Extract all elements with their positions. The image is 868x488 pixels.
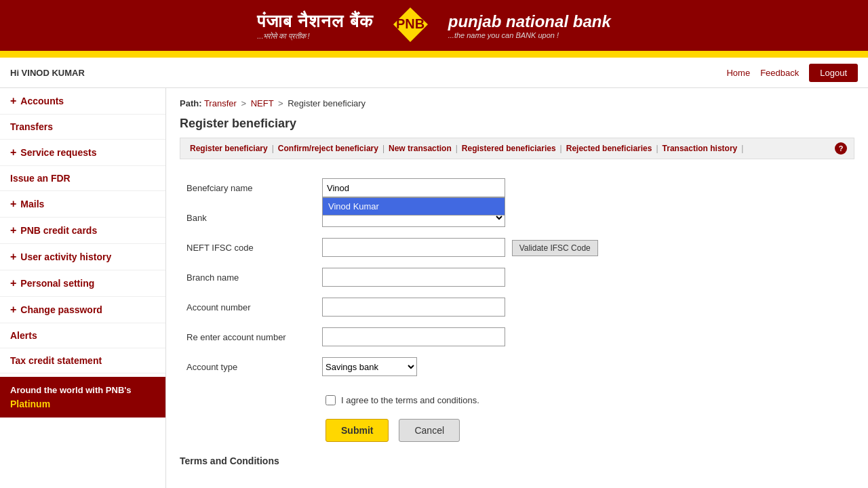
breadcrumb: Path: Transfer > NEFT > Register benefic…	[180, 98, 854, 108]
sidebar-item-label: Tax credit statement	[10, 355, 102, 366]
subnav-rejected[interactable]: Rejected beneficiaries	[564, 142, 655, 155]
sidebar-item-label: Alerts	[10, 330, 37, 341]
subnav-registered[interactable]: Registered beneficiaries	[459, 142, 559, 155]
sidebar-item-label: Service requests	[20, 147, 96, 158]
account-number-label: Account number	[180, 292, 315, 322]
subnav-new-transaction[interactable]: New transaction	[386, 142, 454, 155]
breadcrumb-neft[interactable]: NEFT	[251, 98, 274, 108]
svg-text:PNB: PNB	[396, 16, 425, 31]
expand-icon: +	[10, 224, 16, 237]
sidebar-item-transfers[interactable]: Transfers	[0, 115, 165, 140]
branch-name-input[interactable]	[322, 268, 505, 287]
form-buttons: Submit Cancel	[326, 419, 854, 442]
sidebar-banner: Around the world with PNB'sPlatinum	[0, 377, 165, 418]
terms-checkbox-row: I agree to the terms and conditions.	[326, 395, 854, 405]
logout-button[interactable]: Logout	[809, 64, 858, 82]
help-icon[interactable]: ?	[835, 142, 847, 155]
header: पंजाब नैशनल बैंक ...भरोसे का प्रतीक ! PN…	[0, 0, 868, 51]
sidebar-item-label: Change password	[20, 304, 102, 315]
sidebar-item-service-requests[interactable]: +Service requests	[0, 140, 165, 166]
logo-hindi: पंजाब नैशनल बैंक ...भरोसे का प्रतीक !	[257, 11, 372, 41]
expand-icon: +	[10, 198, 16, 210]
account-type-label: Account type	[180, 352, 315, 382]
top-nav: Hi VINOD KUMAR Home Feedback Logout	[0, 58, 868, 88]
sidebar-item-label: Accounts	[20, 96, 64, 106]
sidebar-item-label: Personal setting	[20, 278, 94, 289]
sidebar: +AccountsTransfers+Service requestsIssue…	[0, 88, 166, 488]
beneficiary-name-wrapper: Vinod Kumar	[322, 178, 505, 197]
yellow-bar	[0, 51, 868, 58]
feedback-link[interactable]: Feedback	[760, 68, 799, 78]
expand-icon: +	[10, 277, 16, 289]
sidebar-item-label: Mails	[20, 199, 44, 209]
beneficiary-name-label: Benefciary name	[180, 173, 315, 203]
re-account-number-input[interactable]	[322, 327, 505, 346]
account-number-input[interactable]	[322, 298, 505, 317]
banner-sub: Platinum	[10, 399, 155, 409]
account-type-row: Account type Savings bank Current NRE NR…	[180, 352, 854, 382]
home-link[interactable]: Home	[726, 68, 750, 78]
logo-english: punjab national bank ...the name you can…	[448, 12, 611, 39]
subnav-register[interactable]: Register beneficiary	[187, 142, 271, 155]
branch-name-row: Branch name	[180, 262, 854, 292]
sidebar-item-tax-credit-statement[interactable]: Tax credit statement	[0, 348, 165, 373]
beneficiary-name-row: Benefciary name Vinod Kumar	[180, 173, 854, 203]
sidebar-item-label: Transfers	[10, 121, 53, 132]
sidebar-item-alerts[interactable]: Alerts	[0, 323, 165, 348]
user-greeting: Hi VINOD KUMAR	[10, 68, 85, 78]
register-beneficiary-form: Benefciary name Vinod Kumar Bank	[180, 173, 854, 382]
logo-area: पंजाब नैशनल बैंक ...भरोसे का प्रतीक ! PN…	[257, 6, 610, 45]
re-account-number-label: Re enter account number	[180, 322, 315, 352]
neft-ifsc-label: NEFT IFSC code	[180, 232, 315, 262]
content-area: Path: Transfer > NEFT > Register benefic…	[166, 88, 868, 488]
sidebar-item-user-activity-history[interactable]: +User activity history	[0, 244, 165, 270]
sidebar-item-pnb-credit-cards[interactable]: +PNB credit cards	[0, 218, 165, 244]
subnav-transaction-history[interactable]: Transaction history	[660, 142, 741, 155]
terms-checkbox-label: I agree to the terms and conditions.	[341, 395, 479, 405]
page-title: Register beneficiary	[180, 117, 854, 131]
autocomplete-item-vinod-kumar[interactable]: Vinod Kumar	[323, 198, 505, 215]
sidebar-item-mails[interactable]: +Mails	[0, 191, 165, 218]
sidebar-item-label: Issue an FDR	[10, 173, 71, 184]
sidebar-item-accounts[interactable]: +Accounts	[0, 88, 165, 115]
account-number-row: Account number	[180, 292, 854, 322]
sidebar-item-issue-fdr[interactable]: Issue an FDR	[0, 166, 165, 191]
neft-ifsc-input[interactable]	[322, 238, 505, 257]
subnav-confirm[interactable]: Confirm/reject beneficiary	[275, 142, 381, 155]
sidebar-item-personal-setting[interactable]: +Personal setting	[0, 270, 165, 297]
beneficiary-name-input[interactable]	[322, 178, 505, 197]
terms-checkbox[interactable]	[326, 395, 336, 405]
breadcrumb-transfer[interactable]: Transfer	[204, 98, 237, 108]
logo-icon: PNB	[392, 6, 429, 45]
branch-name-label: Branch name	[180, 262, 315, 292]
expand-icon: +	[10, 146, 16, 159]
submit-button[interactable]: Submit	[326, 419, 389, 442]
breadcrumb-current: Register beneficiary	[288, 98, 366, 108]
expand-icon: +	[10, 251, 16, 263]
nav-links: Home Feedback Logout	[726, 64, 858, 82]
validate-ifsc-button[interactable]: Validate IFSC Code	[512, 240, 598, 256]
sidebar-item-label: User activity history	[20, 251, 111, 262]
autocomplete-dropdown: Vinod Kumar	[322, 197, 505, 216]
bank-label: Bank	[180, 203, 315, 232]
bank-row: Bank	[180, 203, 854, 232]
banner-text: Around the world with PNB's	[10, 385, 132, 395]
main-layout: +AccountsTransfers+Service requestsIssue…	[0, 88, 868, 488]
expand-icon: +	[10, 95, 16, 107]
expand-icon: +	[10, 304, 16, 316]
sub-nav: Register beneficiary | Confirm/reject be…	[180, 138, 854, 159]
re-account-number-row: Re enter account number	[180, 322, 854, 352]
account-type-select[interactable]: Savings bank Current NRE NRO	[322, 357, 417, 376]
neft-ifsc-row: NEFT IFSC code Validate IFSC Code	[180, 232, 854, 262]
cancel-button[interactable]: Cancel	[399, 419, 460, 442]
sidebar-item-change-password[interactable]: +Change password	[0, 297, 165, 323]
sidebar-item-label: PNB credit cards	[20, 225, 97, 236]
terms-title: Terms and Conditions	[180, 455, 854, 466]
